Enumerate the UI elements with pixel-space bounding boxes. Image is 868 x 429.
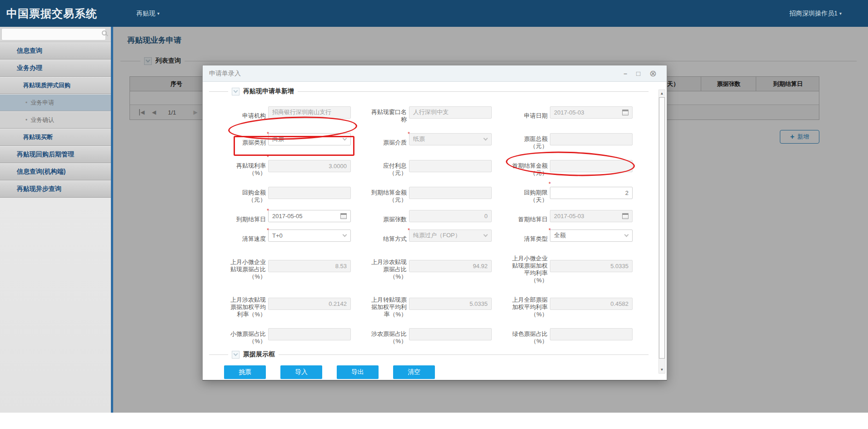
scroll-up-icon[interactable]: ▲ [659,90,665,97]
field-input[interactable] [268,187,351,199]
required-asterisk: * [408,227,410,234]
application-form: 申请机构 招商银行深圳南山支行 再贴现窗口名 称 人行深圳中支 [213,101,667,345]
field-input[interactable]: 0.4582 [550,298,633,310]
form-field: 结算方式* 纯票过户（FOP） [354,228,494,243]
sidebar-item[interactable]: 再贴现回购后期管理 [0,146,111,163]
form-field: 上月全部票据 加权平均利率 （%） 0.4582 [494,289,635,318]
field-input[interactable]: 2 [550,187,633,199]
scrollbar-thumb[interactable] [659,97,665,359]
sidebar-item[interactable]: • 业务申请 [0,94,111,111]
nav-item-rediscount[interactable]: 再贴现 ▾ [136,10,160,18]
chevron-down-icon: ▾ [839,11,842,16]
field-input[interactable]: 2017-05-03 [550,210,633,222]
field-label: 首期结算日 [494,209,548,223]
field-value: T+0 [272,232,341,239]
calendar-icon [340,213,347,219]
divider [279,354,649,355]
sidebar-item[interactable]: 再贴现质押式回购 [0,77,111,94]
field-label: 上月小微企业 贴现票据占比 （%） [213,251,266,280]
sidebar-item[interactable]: • 业务确认 [0,111,111,129]
field-input[interactable] [550,133,633,145]
field-label: 上月全部票据 加权平均利率 （%） [494,289,548,318]
field-input[interactable]: 人行深圳中支 [409,106,492,119]
maximize-icon[interactable]: □ [636,70,640,77]
dialog-title: 申请单录入 [209,70,241,78]
sidebar: 信息查询 业务办理 再贴现质押式回购 • 业务申请 • 业务确认 再贴现买断 再… [0,27,111,413]
field-label: 小微票据占比 （%） [213,323,266,345]
sidebar-item[interactable]: 信息查询 [0,42,111,60]
action-button[interactable]: 挑票 [224,365,266,379]
field-input[interactable]: 5.0335 [550,260,633,272]
field-input[interactable]: T+0 [268,229,351,242]
field-input[interactable]: 纸票 [409,133,492,145]
collapse-chevron-icon[interactable] [232,88,239,95]
sidebar-item[interactable]: 再贴现异步查询 [0,180,111,198]
chevron-down-icon [484,232,488,237]
field-label: 涉农票据占比 （%） [354,323,407,345]
action-button[interactable]: 导入 [280,365,322,379]
field-input[interactable]: 8.53 [268,260,351,272]
form-field: 票据张数 0 [354,209,494,223]
field-label: 上月转贴现票 据加权平均利 率（%） [354,289,407,318]
sidebar-item-label: 业务确认 [30,116,54,124]
collapse-chevron-icon[interactable] [232,351,239,359]
sidebar-item-label: 再贴现异步查询 [17,185,61,193]
field-input[interactable] [409,160,492,172]
sidebar-item[interactable]: 再贴现买断 [0,129,111,146]
form-field: 再贴现利率 （%）* 3.0000 [213,155,354,177]
field-label: 票据类别* [213,132,266,146]
calendar-icon [622,110,629,115]
close-icon[interactable]: ⊗ [649,69,657,78]
bullet-icon: • [25,100,27,106]
bill-action-buttons: 挑票导入导出清空 [224,365,667,379]
field-input[interactable] [550,328,633,340]
action-button[interactable]: 清空 [393,365,435,379]
field-input[interactable]: 0.2142 [268,298,351,310]
field-value: 94.92 [413,263,488,269]
dialog-titlebar: 申请单录入 – □ ⊗ [203,65,667,82]
form-field: 申请日期 2017-05-03 [494,101,635,123]
form-field: 到期结算金额 （元） [354,182,494,204]
field-input[interactable]: 94.92 [409,260,492,272]
app-header: 中国票据交易系统 再贴现 ▾ 招商深圳操作员1 ▾ [0,0,868,27]
field-input[interactable]: 商票 [268,133,351,145]
form-field: 上月小微企业 贴现票据占比 （%） 8.53 [213,248,354,284]
search-icon[interactable] [102,30,107,35]
field-value: 8.53 [272,263,347,269]
field-label: 清算类型* [494,228,548,243]
action-button[interactable]: 导出 [337,365,379,379]
scroll-down-icon[interactable]: ▼ [659,366,665,373]
form-field: 到期结算日* 2017-05-05 [213,209,354,223]
required-asterisk: * [267,130,269,138]
search-input[interactable] [1,28,106,40]
dialog-scrollbar: ▲ ▼ [658,90,665,374]
form-field: 回购期限 （天）* 2 [494,182,635,204]
sidebar-item[interactable]: 业务办理 [0,60,111,77]
form-field: 票据类别* 商票 [213,128,354,150]
calendar-icon [622,213,629,219]
field-input[interactable]: 招商银行深圳南山支行 [268,106,351,119]
form-field: 票面总额 （元） [494,128,635,150]
user-menu[interactable]: 招商深圳操作员1 ▾ [789,10,842,18]
field-input[interactable]: 0 [409,210,492,222]
field-input[interactable]: 5.0335 [409,298,492,310]
field-value: 人行深圳中支 [413,108,488,116]
field-input[interactable]: 3.0000 [268,160,351,172]
required-asterisk: * [549,227,551,234]
field-label: 回购金额 （元） [213,182,266,204]
divider [209,91,228,92]
field-label: 上月小微企业 贴现票据加权 平均利率 （%） [494,248,548,284]
minimize-icon[interactable]: – [624,70,627,77]
form-field: 上月涉农贴现 票据占比 （%） 94.92 [354,248,494,284]
field-input[interactable]: 2017-05-05 [268,210,351,222]
form-field: 应付利息 （元） [354,155,494,177]
field-input[interactable]: 全额 [550,229,633,242]
field-input[interactable] [550,160,633,172]
field-input[interactable]: 纯票过户（FOP） [409,229,492,242]
field-input[interactable] [268,328,351,340]
sidebar-item[interactable]: 信息查询(机构端) [0,163,111,180]
field-input[interactable] [409,187,492,199]
field-input[interactable]: 2017-05-03 [550,106,633,119]
field-input[interactable] [409,328,492,340]
field-value: 3.0000 [272,163,347,170]
